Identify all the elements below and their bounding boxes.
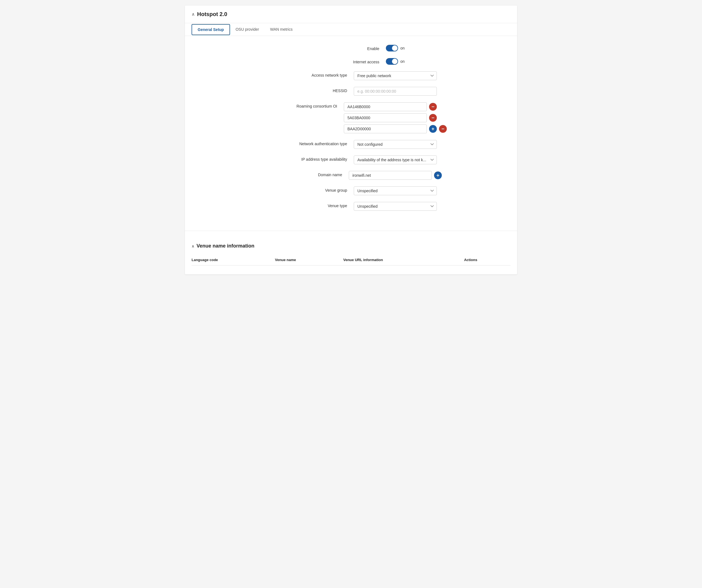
roaming-consortium-row: Roaming consortium OI − − + − xyxy=(192,102,510,133)
internet-access-toggle-container: on xyxy=(386,58,405,65)
hessid-label: HESSID xyxy=(265,87,354,93)
tab-wan-metrics[interactable]: WAN metrics xyxy=(265,23,298,36)
venue-table-header-actions: Actions xyxy=(464,256,510,266)
internet-access-control: on xyxy=(386,58,405,65)
enable-on-label: on xyxy=(400,46,405,50)
remove-consortium-1-button[interactable]: − xyxy=(429,103,437,111)
venue-table-header-venue-name: Venue name xyxy=(275,256,343,266)
internet-access-label: Internet access xyxy=(297,58,386,64)
collapse-chevron[interactable]: ∧ xyxy=(192,12,195,17)
access-network-type-select[interactable]: Free public network Private network Priv… xyxy=(354,71,437,80)
venue-name-section: ∧ Venue name information Language code V… xyxy=(185,238,517,274)
network-auth-type-row: Network authentication type Not configur… xyxy=(192,140,510,149)
roaming-consortium-label: Roaming consortium OI xyxy=(255,102,344,109)
venue-type-label: Venue type xyxy=(265,202,354,208)
consortium-input-1[interactable] xyxy=(344,102,427,111)
internet-access-row: Internet access on xyxy=(192,58,510,65)
venue-group-label: Venue group xyxy=(265,186,354,192)
venue-collapse-chevron[interactable]: ∧ xyxy=(192,244,194,248)
internet-access-on-label: on xyxy=(400,59,405,63)
consortium-entries: − − + − xyxy=(344,102,447,133)
enable-control: on xyxy=(386,45,405,51)
enable-toggle-container: on xyxy=(386,45,405,51)
add-domain-button[interactable]: + xyxy=(434,171,442,179)
consortium-row-2: − xyxy=(344,113,447,122)
network-auth-type-select[interactable]: Not configured Acceptance of terms and c… xyxy=(354,140,437,149)
hessid-control xyxy=(354,87,437,96)
ip-address-availability-label: IP address type availability xyxy=(265,155,354,161)
consortium-row-1: − xyxy=(344,102,447,111)
network-auth-type-control: Not configured Acceptance of terms and c… xyxy=(354,140,437,149)
access-network-type-row: Access network type Free public network … xyxy=(192,71,510,80)
access-network-type-label: Access network type xyxy=(265,71,354,78)
enable-row: Enable on xyxy=(192,45,510,51)
section-title: Hotspot 2.0 xyxy=(197,11,227,17)
main-container: ∧ Hotspot 2.0 General Setup OSU provider… xyxy=(185,6,517,274)
venue-table-header-language-code: Language code xyxy=(192,256,275,266)
tab-general-setup[interactable]: General Setup xyxy=(192,24,230,35)
form-area: Enable on Internet access xyxy=(185,36,517,229)
domain-name-input[interactable] xyxy=(349,171,432,180)
venue-section-header: ∧ Venue name information xyxy=(192,243,510,249)
consortium-input-3[interactable] xyxy=(344,125,427,133)
venue-type-select[interactable]: Unspecified xyxy=(354,202,437,211)
venue-type-control: Unspecified xyxy=(354,202,437,211)
network-auth-type-label: Network authentication type xyxy=(265,140,354,146)
consortium-row-3: + − xyxy=(344,125,447,133)
hotspot-section-header: ∧ Hotspot 2.0 xyxy=(185,6,517,23)
access-network-type-control: Free public network Private network Priv… xyxy=(354,71,437,80)
venue-table-header-venue-url: Venue URL information xyxy=(343,256,464,266)
remove-consortium-3-button[interactable]: − xyxy=(439,125,447,133)
section-divider xyxy=(185,231,517,231)
remove-consortium-2-button[interactable]: − xyxy=(429,114,437,122)
venue-type-row: Venue type Unspecified xyxy=(192,202,510,211)
ip-address-availability-control: Availability of the address type is not … xyxy=(354,155,437,164)
add-consortium-button[interactable]: + xyxy=(429,125,437,133)
venue-table-header-row: Language code Venue name Venue URL infor… xyxy=(192,256,510,266)
tabs-container: General Setup OSU provider WAN metrics xyxy=(185,23,517,36)
ip-address-availability-select[interactable]: Availability of the address type is not … xyxy=(354,155,437,164)
enable-label: Enable xyxy=(297,45,386,51)
venue-group-row: Venue group Unspecified Assembly Busines… xyxy=(192,186,510,195)
hessid-row: HESSID xyxy=(192,87,510,96)
roaming-consortium-control: − − + − xyxy=(344,102,447,133)
domain-name-control: + xyxy=(349,171,442,180)
ip-address-availability-row: IP address type availability Availabilit… xyxy=(192,155,510,164)
consortium-input-2[interactable] xyxy=(344,113,427,122)
venue-group-control: Unspecified Assembly Business Educationa… xyxy=(354,186,437,195)
hessid-input[interactable] xyxy=(354,87,437,96)
domain-name-label: Domain name xyxy=(260,171,349,177)
domain-name-row: Domain name + xyxy=(192,171,510,180)
tab-osu-provider[interactable]: OSU provider xyxy=(230,23,265,36)
enable-toggle[interactable] xyxy=(386,45,398,51)
venue-group-select[interactable]: Unspecified Assembly Business Educationa… xyxy=(354,186,437,195)
venue-table: Language code Venue name Venue URL infor… xyxy=(192,256,510,266)
venue-section-title: Venue name information xyxy=(197,243,254,249)
internet-access-toggle[interactable] xyxy=(386,58,398,65)
